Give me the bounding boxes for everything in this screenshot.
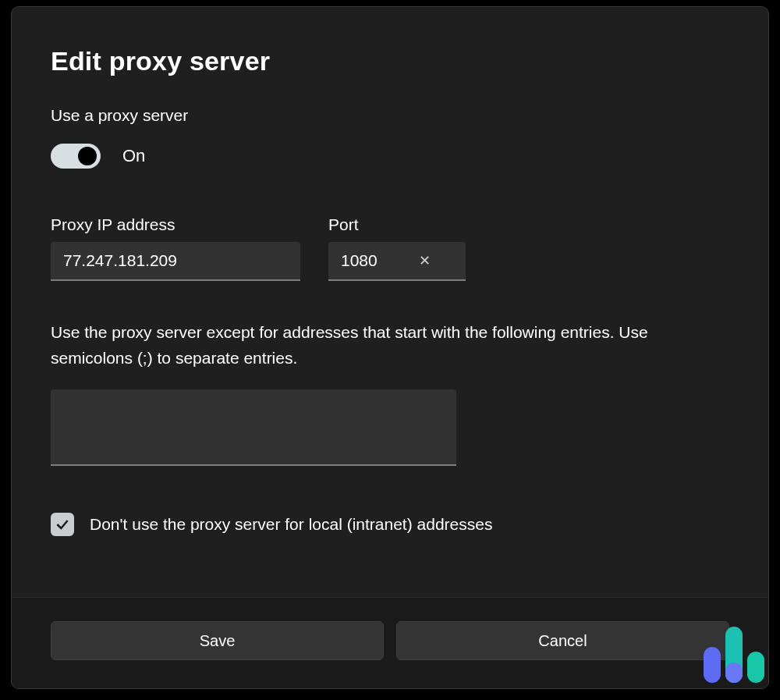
clear-port-icon[interactable]: ✕ [413,249,437,272]
dialog-title: Edit proxy server [51,46,729,76]
ip-input-box [51,242,300,281]
logo-bar-1 [704,647,721,683]
cancel-button[interactable]: Cancel [396,621,729,660]
use-proxy-toggle[interactable] [51,144,101,169]
exceptions-textarea[interactable] [62,397,445,457]
exceptions-box [51,389,456,466]
local-checkbox-label: Don't use the proxy server for local (in… [90,515,492,534]
port-field-group: Port ✕ [328,215,466,281]
proxy-port-input[interactable] [341,251,403,270]
ip-label: Proxy IP address [51,215,300,234]
port-label: Port [328,215,466,234]
dialog-footer: Save Cancel [12,597,768,688]
toggle-row: On [51,144,729,169]
watermark-logo [704,627,764,683]
ip-field-group: Proxy IP address [51,215,300,281]
edit-proxy-dialog: Edit proxy server Use a proxy server On … [11,6,769,689]
toggle-knob [78,147,97,165]
logo-bar-3 [747,652,764,683]
port-input-box: ✕ [328,242,466,281]
local-checkbox-row: Don't use the proxy server for local (in… [51,513,729,536]
exceptions-description: Use the proxy server except for addresse… [51,320,729,371]
proxy-ip-input[interactable] [63,251,288,270]
fields-row: Proxy IP address Port ✕ [51,215,729,281]
use-proxy-label: Use a proxy server [51,106,729,125]
check-icon [55,517,70,532]
toggle-state-label: On [122,146,145,166]
dialog-body: Edit proxy server Use a proxy server On … [12,7,768,597]
save-button[interactable]: Save [51,621,384,660]
logo-bar-2 [725,627,743,683]
local-checkbox[interactable] [51,513,74,536]
